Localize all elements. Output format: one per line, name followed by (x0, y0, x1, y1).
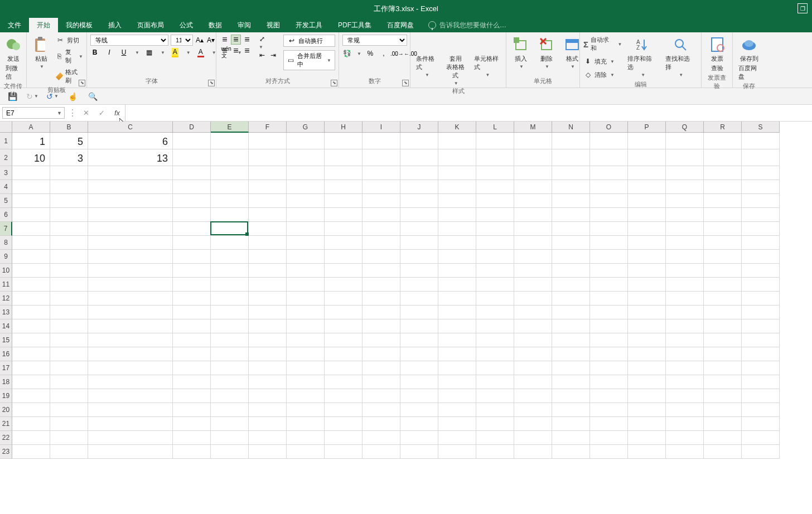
col-header-I[interactable]: I (362, 122, 400, 133)
cell-A21[interactable] (12, 417, 50, 431)
cell-E7[interactable] (211, 222, 249, 236)
cell-S10[interactable] (742, 264, 780, 278)
cell-F20[interactable] (249, 403, 287, 417)
send-to-wechat-button[interactable]: 发送 到微信 (3, 35, 23, 82)
cell-R11[interactable] (704, 278, 742, 292)
col-header-S[interactable]: S (742, 122, 780, 133)
row-header-11[interactable]: 11 (0, 278, 12, 292)
cell-C20[interactable] (88, 403, 173, 417)
cell-O7[interactable] (590, 222, 628, 236)
cell-N1[interactable] (552, 133, 590, 149)
cell-P3[interactable] (628, 166, 666, 180)
cell-O23[interactable] (590, 445, 628, 459)
chevron-down-icon[interactable]: ▼ (57, 110, 62, 116)
row-header-8[interactable]: 8 (0, 236, 12, 250)
cell-B15[interactable] (50, 333, 88, 347)
cell-H13[interactable] (325, 306, 362, 319)
cell-I23[interactable] (362, 445, 400, 459)
cell-M4[interactable] (514, 180, 552, 194)
cell-P22[interactable] (628, 431, 666, 445)
cell-Q16[interactable] (666, 347, 704, 361)
cell-M13[interactable] (514, 306, 552, 319)
cell-H21[interactable] (325, 417, 362, 431)
number-dialog-launcher[interactable]: ⬊ (402, 80, 409, 86)
cell-G1[interactable] (287, 133, 325, 149)
cell-K8[interactable] (438, 236, 476, 250)
accounting-format-button[interactable]: 💱 (342, 49, 351, 58)
cell-O8[interactable] (590, 236, 628, 250)
cell-S4[interactable] (742, 180, 780, 194)
cell-F2[interactable] (249, 149, 287, 166)
cell-I4[interactable] (362, 180, 400, 194)
increase-decimal-button[interactable]: .00→ (393, 49, 402, 58)
cell-C23[interactable] (88, 445, 173, 459)
merge-center-button[interactable]: ▭合并后居中▼ (283, 50, 335, 70)
cell-E5[interactable] (211, 194, 249, 208)
font-name-select[interactable]: 等线 (90, 35, 168, 46)
print-preview-icon[interactable]: 🔍 (87, 91, 98, 102)
align-mid-center[interactable]: ≡ (231, 46, 241, 56)
cell-P19[interactable] (628, 389, 666, 403)
cell-H4[interactable] (325, 180, 362, 194)
cell-M8[interactable] (514, 236, 552, 250)
cell-L10[interactable] (476, 264, 514, 278)
comma-style-button[interactable]: , (379, 49, 388, 58)
cell-I20[interactable] (362, 403, 400, 417)
cell-I7[interactable] (362, 222, 400, 236)
cell-O17[interactable] (590, 361, 628, 375)
cell-G10[interactable] (287, 264, 325, 278)
cell-C1[interactable]: 6 (88, 133, 173, 149)
cell-O2[interactable] (590, 149, 628, 166)
col-header-N[interactable]: N (552, 122, 590, 133)
cell-P7[interactable] (628, 222, 666, 236)
cell-J11[interactable] (400, 278, 438, 292)
row-header-21[interactable]: 21 (0, 417, 12, 431)
cell-K15[interactable] (438, 333, 476, 347)
cell-S12[interactable] (742, 292, 780, 306)
cell-M21[interactable] (514, 417, 552, 431)
col-header-O[interactable]: O (590, 122, 628, 133)
cell-H7[interactable] (325, 222, 362, 236)
cell-J15[interactable] (400, 333, 438, 347)
cell-F7[interactable] (249, 222, 287, 236)
cell-K9[interactable] (438, 250, 476, 264)
tab-页面布局[interactable]: 页面布局 (129, 18, 172, 32)
cell-R6[interactable] (704, 208, 742, 222)
cell-N20[interactable] (552, 403, 590, 417)
col-header-L[interactable]: L (476, 122, 514, 133)
cell-P13[interactable] (628, 306, 666, 319)
cell-D18[interactable] (173, 375, 211, 389)
cell-R4[interactable] (704, 180, 742, 194)
cell-Q11[interactable] (666, 278, 704, 292)
cell-A7[interactable] (12, 222, 50, 236)
cell-A5[interactable] (12, 194, 50, 208)
cell-O18[interactable] (590, 375, 628, 389)
col-header-M[interactable]: M (514, 122, 552, 133)
font-size-select[interactable]: 11 (171, 35, 193, 46)
row-header-9[interactable]: 9 (0, 250, 12, 264)
cell-O12[interactable] (590, 292, 628, 306)
cell-K18[interactable] (438, 375, 476, 389)
cell-K11[interactable] (438, 278, 476, 292)
cell-F21[interactable] (249, 417, 287, 431)
cell-L22[interactable] (476, 431, 514, 445)
cell-M11[interactable] (514, 278, 552, 292)
cell-L12[interactable] (476, 292, 514, 306)
cell-D20[interactable] (173, 403, 211, 417)
cell-J22[interactable] (400, 431, 438, 445)
cell-D10[interactable] (173, 264, 211, 278)
decrease-font-icon[interactable]: A▾ (206, 36, 215, 45)
cell-E22[interactable] (211, 431, 249, 445)
cell-S7[interactable] (742, 222, 780, 236)
cell-G9[interactable] (287, 250, 325, 264)
number-format-select[interactable]: 常规 (342, 35, 407, 46)
cell-P15[interactable] (628, 333, 666, 347)
cell-O21[interactable] (590, 417, 628, 431)
insert-cells-button[interactable]: 插入▼ (510, 35, 532, 70)
cell-F18[interactable] (249, 375, 287, 389)
cell-L18[interactable] (476, 375, 514, 389)
cell-P6[interactable] (628, 208, 666, 222)
conditional-format-button[interactable]: 条件格式▼ (414, 35, 439, 79)
cell-G12[interactable] (287, 292, 325, 306)
cell-K1[interactable] (438, 133, 476, 149)
